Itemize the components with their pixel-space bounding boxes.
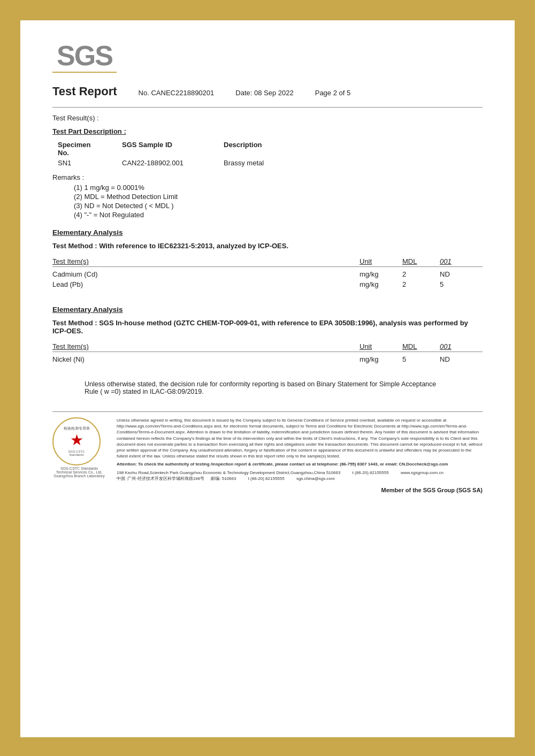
remark-1: (1) 1 mg/kg = 0.0001% — [74, 184, 483, 192]
report-date: Date: 08 Sep 2022 — [235, 89, 293, 97]
footer-star-icon: ★ — [70, 431, 83, 449]
section1-test-method: Test Method : With reference to IEC62321… — [52, 242, 483, 250]
footer-attention: Attention: To check the authenticity of … — [117, 461, 483, 467]
col-unit-header2: Unit — [360, 342, 402, 350]
section2-table-header: Test Item(s) Unit MDL 001 — [52, 342, 483, 352]
item-cadmium-mdl: 2 — [402, 270, 440, 278]
test-result-label: Test Result(s) : — [52, 114, 483, 122]
report-title: Test Report — [52, 85, 117, 98]
col-result-header: 001 — [440, 257, 483, 265]
specimen-header-row: Specimen No. SGS Sample ID Description — [58, 141, 483, 157]
col-unit-header: Unit — [360, 257, 402, 265]
col-mdl-header: MDL — [402, 257, 440, 265]
col-item-header: Test Item(s) — [52, 257, 360, 265]
section1-table: Test Item(s) Unit MDL 001 Cadmium (Cd) m… — [52, 257, 483, 289]
section2-table: Test Item(s) Unit MDL 001 Nickel (Ni) mg… — [52, 342, 483, 364]
page-inner: SGS Test Report No. CANEC2218890201 Date… — [20, 20, 515, 737]
item-cadmium-unit: mg/kg — [360, 270, 402, 278]
report-no: No. CANEC2218890201 — [139, 89, 215, 97]
item-nickel-result: ND — [440, 355, 483, 363]
specimen-no: SN1 — [58, 159, 101, 167]
remark-2: (2) MDL = Method Detection Limit — [74, 193, 483, 201]
footer-member: Member of the SGS Group (SGS SA) — [117, 487, 483, 493]
item-cadmium-result: ND — [440, 270, 483, 278]
report-page: Page 2 of 5 — [315, 89, 351, 97]
col-result-header2: 001 — [440, 342, 483, 350]
test-part-label: Test Part Description : — [52, 127, 483, 135]
page-frame: SGS Test Report No. CANEC2218890201 Date… — [11, 11, 524, 747]
specimen-table: Specimen No. SGS Sample ID Description S… — [58, 141, 483, 167]
table-row: Nickel (Ni) mg/kg 5 ND — [52, 354, 483, 364]
item-lead-result: 5 — [440, 280, 483, 288]
section1-heading: Elementary Analysis — [52, 228, 483, 236]
item-nickel: Nickel (Ni) — [52, 355, 360, 363]
remark-3: (3) ND = Not Detected ( < MDL ) — [74, 202, 483, 210]
col-header-sgsid: SGS Sample ID — [122, 141, 202, 157]
item-nickel-unit: mg/kg — [360, 355, 402, 363]
footer-logo-circle: 检验检测专用章 ★ SGS-CSTCStandards — [52, 417, 101, 465]
sample-description: Brassy metal — [224, 159, 304, 167]
sgs-logo: SGS — [52, 42, 117, 85]
footer-bottom: 检验检测专用章 ★ SGS-CSTCStandards SGS-CSTC Sta… — [52, 411, 483, 493]
item-lead-mdl: 2 — [402, 280, 440, 288]
section2-heading: Elementary Analysis — [52, 306, 483, 314]
sgs-logo-text: SGS — [57, 42, 112, 70]
sgs-logo-line — [52, 72, 117, 73]
section2-test-method: Test Method : SGS In-house method (GZTC … — [52, 319, 483, 335]
col-item-header2: Test Item(s) — [52, 342, 360, 350]
section1-table-header: Test Item(s) Unit MDL 001 — [52, 257, 483, 267]
item-cadmium: Cadmium (Cd) — [52, 270, 360, 278]
title-row: Test Report No. CANEC2218890201 Date: 08… — [52, 85, 483, 98]
remarks-label: Remarks : — [52, 173, 483, 181]
header-divider — [52, 107, 483, 108]
footer-disclaimer: Unless otherwise agreed in writing, this… — [117, 417, 483, 493]
item-lead-unit: mg/kg — [360, 280, 402, 288]
col-header-desc: Description — [224, 141, 304, 157]
footer-note: Unless otherwise stated, the decision ru… — [85, 380, 450, 395]
footer-disclaimer-text: Unless otherwise agreed in writing, this… — [117, 417, 483, 459]
sgs-sample-id: CAN22-188902.001 — [122, 159, 202, 167]
table-row: Cadmium (Cd) mg/kg 2 ND — [52, 269, 483, 279]
col-header-specimen: Specimen No. — [58, 141, 101, 157]
table-row: Lead (Pb) mg/kg 2 5 — [52, 279, 483, 289]
item-nickel-mdl: 5 — [402, 355, 440, 363]
col-mdl-header2: MDL — [402, 342, 440, 350]
footer-address: 198 Kezhu Road,Scientech Park Guangzhou … — [117, 470, 483, 476]
footer-address-cn: 中国 ·广州·经济技术开发区科学城科珠路198号 邮编: 510663 t (8… — [117, 476, 483, 482]
item-lead: Lead (Pb) — [52, 280, 360, 288]
specimen-row-1: SN1 CAN22-188902.001 Brassy metal — [58, 159, 483, 167]
remarks-section: Remarks : (1) 1 mg/kg = 0.0001% (2) MDL … — [52, 173, 483, 219]
remark-4: (4) "-" = Not Regulated — [74, 211, 483, 219]
footer-logo-area: 检验检测专用章 ★ SGS-CSTCStandards SGS-CSTC Sta… — [52, 417, 106, 478]
